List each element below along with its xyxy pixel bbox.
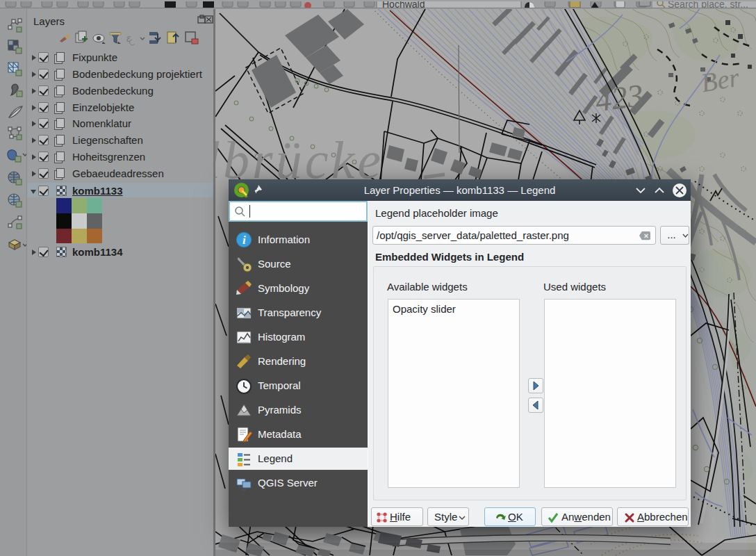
svg-text:ε: ε bbox=[126, 33, 131, 44]
svg-text:Search place, str...: Search place, str... bbox=[668, 1, 748, 8]
svg-text:i: i bbox=[243, 234, 246, 247]
svg-text:423: 423 bbox=[593, 77, 646, 118]
svg-text:Hochwald: Hochwald bbox=[382, 1, 425, 8]
